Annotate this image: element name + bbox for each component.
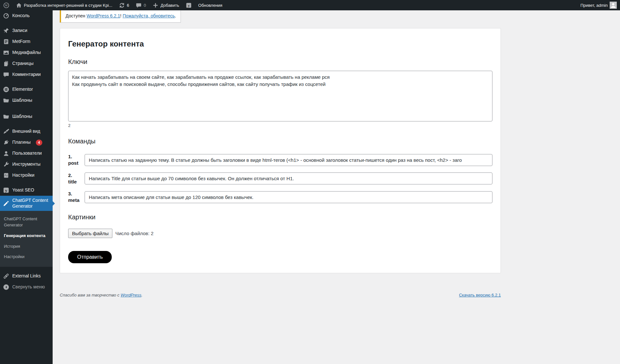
sidebar-item-label: MetForm — [12, 39, 30, 45]
please-update-link[interactable]: Пожалуйста, обновитесь — [123, 13, 175, 18]
admin-sidebar: Консоль Записи MetForm Медиафайлы Страни… — [0, 10, 53, 364]
submenu-item-chatgpt-content-generator[interactable]: ChatGPT Content Generator — [0, 214, 53, 231]
settings-icon — [3, 172, 9, 179]
footer-version: Скачать версию 6.2.1 — [459, 293, 501, 297]
sidebar-item-label: Инструменты — [12, 161, 40, 167]
sidebar-item-users[interactable]: Пользователи — [0, 148, 53, 159]
wordpress-logo-menu[interactable]: W — [0, 0, 13, 10]
sidebar-item-metform[interactable]: MetForm — [0, 36, 53, 47]
wordpress-footer-link[interactable]: WordPress — [120, 293, 141, 297]
chatgpt-submenu: ChatGPT Content Generator Генерация конт… — [0, 211, 53, 267]
command-key: meta — [68, 197, 82, 203]
user-icon — [3, 150, 9, 157]
updates-menu[interactable]: 6 — [116, 0, 132, 10]
plus-icon — [152, 2, 159, 8]
command-input-post[interactable] — [85, 154, 492, 166]
plugin-icon — [3, 139, 9, 146]
sidebar-item-elementor[interactable]: Elementor — [0, 84, 53, 95]
command-key: title — [68, 179, 82, 185]
comments-menu[interactable]: 0 — [132, 0, 149, 10]
my-account-menu[interactable]: Привет, admin — [577, 0, 620, 10]
sidebar-item-external-links[interactable]: External Links — [0, 271, 53, 282]
pushpin-icon — [3, 27, 9, 34]
command-input-meta[interactable] — [85, 191, 492, 203]
command-label-meta: 3. meta — [68, 191, 82, 204]
wrench-icon — [3, 161, 9, 168]
footer-thanks-prefix: Спасибо вам за творчество с — [60, 293, 120, 297]
file-upload-row: Выбрать файлы Число файлов: 2 — [68, 229, 492, 238]
clipboard-icon — [3, 38, 9, 45]
media-icon — [3, 49, 9, 56]
command-row-title: 2. title — [68, 172, 492, 185]
command-number: 3. — [68, 191, 82, 197]
sidebar-item-elementor-clipped[interactable]: Elementor — [0, 106, 53, 111]
sidebar-item-plugins[interactable]: Плагины 4 — [0, 137, 53, 148]
sidebar-item-yoast-seo[interactable]: y Yoast SEO — [0, 185, 53, 196]
notice-text-suffix: . — [175, 13, 176, 18]
sidebar-item-label: Шаблоны — [12, 114, 32, 120]
collapse-arrow-icon — [3, 284, 9, 290]
brush-icon — [3, 128, 9, 135]
submenu-item-content-generation[interactable]: Генерация контента — [0, 231, 53, 241]
sidebar-item-templates-2[interactable]: Шаблоны — [0, 111, 53, 122]
keys-line-counter: 2 — [68, 123, 492, 128]
submit-button[interactable]: Отправить — [68, 251, 112, 263]
main-content: Доступен WordPress 6.2.1! Пожалуйста, об… — [53, 0, 620, 354]
sidebar-separator — [0, 181, 53, 185]
updates-count: 6 — [127, 3, 129, 8]
sidebar-item-label: Yoast SEO — [12, 187, 34, 193]
sidebar-item-label: Elementor — [6, 106, 26, 107]
site-name-menu[interactable]: Разработка интернет-решений в студии Kpi… — [13, 0, 116, 10]
sidebar-item-comments[interactable]: Комментарии — [0, 69, 53, 80]
wordpress-version-link[interactable]: WordPress 6.2.1 — [87, 13, 120, 18]
sidebar-item-tools[interactable]: Инструменты — [0, 159, 53, 170]
sidebar-item-chatgpt-content-generator[interactable]: ChatGPT Content Generator — [0, 196, 53, 211]
chain-link-icon — [3, 273, 9, 279]
collapse-menu-label: Свернуть меню — [12, 284, 45, 290]
sidebar-item-settings[interactable]: Настройки — [0, 170, 53, 181]
sidebar-item-label: Внешний вид — [12, 129, 40, 134]
yoast-icon: y — [3, 187, 9, 193]
keys-section-title: Ключи — [68, 58, 492, 66]
collapse-menu-button[interactable]: Свернуть меню — [0, 282, 53, 293]
download-version-link[interactable]: Скачать версию 6.2.1 — [459, 293, 501, 297]
keys-textarea[interactable]: Как начать зарабатывать на своем сайте, … — [68, 71, 492, 121]
avatar — [610, 2, 617, 9]
updates-link[interactable]: Обновления — [195, 0, 226, 10]
svg-text:W: W — [5, 4, 8, 7]
elementor-icon — [3, 86, 9, 93]
command-key: post — [68, 160, 82, 166]
sidebar-item-templates[interactable]: Шаблоны — [0, 95, 53, 106]
yoast-icon: y — [186, 2, 192, 8]
footer-thanks-suffix: . — [141, 293, 143, 297]
command-number: 2. — [68, 172, 82, 179]
submenu-item-settings[interactable]: Настройки — [0, 252, 53, 262]
yoast-topbar-menu[interactable]: y — [182, 0, 195, 10]
sidebar-item-label: Настройки — [12, 172, 35, 178]
site-name: Разработка интернет-решений в студии Kpi… — [24, 3, 112, 8]
wordpress-logo-icon: W — [3, 2, 9, 8]
sidebar-item-media[interactable]: Медиафайлы — [0, 47, 53, 58]
plugins-update-badge: 4 — [36, 140, 42, 146]
svg-text:y: y — [5, 188, 7, 193]
command-input-title[interactable] — [85, 172, 492, 184]
sidebar-item-pages[interactable]: Страницы — [0, 58, 53, 69]
folder-icon — [3, 113, 9, 120]
submenu-item-history[interactable]: История — [0, 241, 53, 252]
command-row-meta: 3. meta — [68, 191, 492, 204]
sidebar-separator — [0, 122, 53, 126]
admin-bar: W Разработка интернет-решений в студии K… — [0, 0, 620, 10]
sidebar-item-dashboard[interactable]: Консоль — [0, 10, 53, 21]
choose-files-button[interactable]: Выбрать файлы — [68, 229, 112, 238]
greeting-text: Привет, admin — [580, 3, 608, 8]
svg-text:y: y — [188, 3, 190, 7]
sidebar-separator — [0, 267, 53, 271]
sidebar-item-appearance[interactable]: Внешний вид — [0, 126, 53, 137]
sidebar-separator — [0, 21, 53, 25]
add-new-menu[interactable]: Добавить — [149, 0, 182, 10]
updates-link-label: Обновления — [198, 3, 222, 8]
sidebar-item-label: Шаблоны — [12, 98, 32, 103]
files-count-text: Число файлов: 2 — [115, 231, 153, 236]
sidebar-item-posts[interactable]: Записи — [0, 25, 53, 36]
add-new-label: Добавить — [160, 3, 179, 8]
